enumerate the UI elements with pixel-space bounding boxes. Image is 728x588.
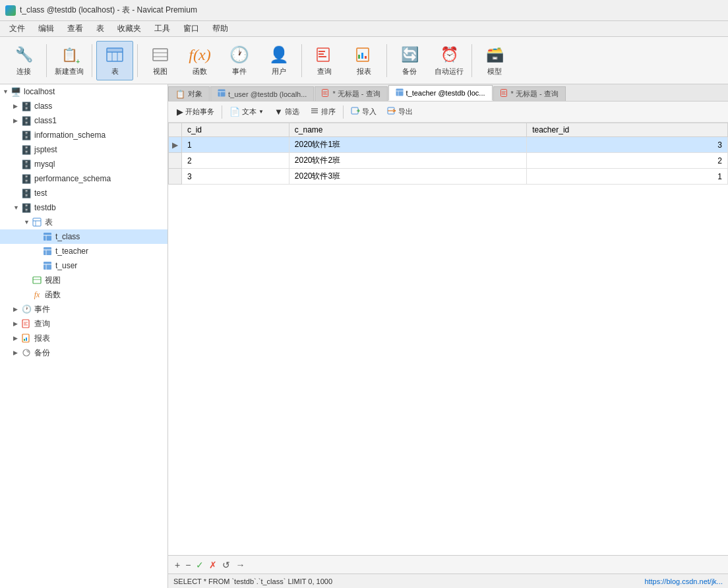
tab-t-user[interactable]: t_user @testdb (localh... <box>210 86 314 101</box>
svg-rect-38 <box>218 90 226 97</box>
table-row[interactable]: 2 2020软件2班 2 <box>169 153 728 169</box>
sidebar-item-functions-group[interactable]: fx 函数 <box>0 287 167 302</box>
cancel-row-button[interactable]: ✗ <box>208 560 218 570</box>
filter-button[interactable]: ▼ 筛选 <box>270 105 304 119</box>
sidebar-item-test[interactable]: 🗄️ test <box>0 186 167 200</box>
menu-edit[interactable]: 编辑 <box>32 22 61 36</box>
sidebar-item-queries-group[interactable]: ▶ 查询 <box>0 316 167 331</box>
sep1 <box>46 44 47 77</box>
menu-view[interactable]: 查看 <box>61 22 90 36</box>
table-row[interactable]: ▶ 1 2020软件1班 3 <box>169 137 728 153</box>
performance-schema-label: performance_schema <box>34 174 111 183</box>
toolbar-table[interactable]: 表 <box>96 41 133 80</box>
sidebar-item-backups-group[interactable]: ▶ 备份 <box>0 345 167 360</box>
delete-row-button[interactable]: − <box>184 560 192 570</box>
tab-t-teacher[interactable]: t_teacher @testdb (loc... <box>388 85 493 101</box>
toolbar-view[interactable]: 视图 <box>142 41 179 80</box>
sidebar-item-t-user[interactable]: t_user <box>0 258 167 273</box>
begin-tx-label: 开始事务 <box>185 107 214 117</box>
sidebar-item-testdb[interactable]: ▼ 🗄️ testdb <box>0 200 167 215</box>
model-label: 模型 <box>487 67 502 76</box>
toolbar-model[interactable]: 🗃️ 模型 <box>476 41 513 80</box>
model-icon: 🗃️ <box>484 44 505 65</box>
sidebar-item-t-teacher[interactable]: t_teacher <box>0 244 167 258</box>
tab-untitled2[interactable]: * 无标题 - 查询 <box>493 86 566 101</box>
content-area: 📋 对象 t_user @testdb (localh... <box>168 84 728 588</box>
cell-c-name-3[interactable]: 2020软件3班 <box>289 169 526 185</box>
sidebar-item-localhost[interactable]: ▼ 🖥️ localhost <box>0 84 167 99</box>
status-link[interactable]: https://blog.csdn.net/jk... <box>644 577 723 585</box>
cell-teacher-id-1[interactable]: 3 <box>527 137 728 153</box>
sort-button[interactable]: 排序 <box>305 104 340 119</box>
row-marker-3 <box>169 169 182 185</box>
sidebar-item-mysql[interactable]: 🗄️ mysql <box>0 157 167 171</box>
backup-label: 备份 <box>402 67 417 76</box>
toolbar-user[interactable]: 👤 用户 <box>260 41 297 80</box>
sidebar-item-t-class[interactable]: t_class <box>0 229 167 244</box>
cell-c-name-1[interactable]: 2020软件1班 <box>289 137 526 153</box>
toolbar-auto-run[interactable]: ⏰ 自动运行 <box>431 41 468 80</box>
confirm-button[interactable]: ✓ <box>195 560 205 570</box>
text-button[interactable]: 📄 文本 ▼ <box>225 105 268 119</box>
sidebar-item-class1[interactable]: ▶ 🗄️ class1 <box>0 113 167 128</box>
menu-favorites[interactable]: 收藏夹 <box>111 22 148 36</box>
auto-run-label: 自动运行 <box>435 67 464 76</box>
sidebar-item-jsptest[interactable]: 🗄️ jsptest <box>0 142 167 157</box>
sidebar-item-information-schema[interactable]: 🗄️ information_schema <box>0 128 167 142</box>
sep6 <box>471 44 472 77</box>
sidebar-item-reports-group[interactable]: ▶ 报表 <box>0 331 167 345</box>
menu-file[interactable]: 文件 <box>3 22 32 36</box>
data-table-wrap[interactable]: c_id c_name teacher_id ▶ 1 2020软件1班 3 2 <box>168 123 728 555</box>
localhost-arrow: ▼ <box>3 88 11 95</box>
sidebar-item-tables-group[interactable]: ▼ 表 <box>0 215 167 229</box>
cell-teacher-id-2[interactable]: 2 <box>527 153 728 169</box>
menu-table[interactable]: 表 <box>90 22 111 36</box>
tab-t-user-label: t_user @testdb (localh... <box>228 90 307 98</box>
toolbar-query[interactable]: 查询 <box>306 41 343 80</box>
table-icon <box>104 44 125 65</box>
function-icon: f(x) <box>189 44 210 65</box>
col-c-name-header[interactable]: c_name <box>289 123 526 137</box>
col-teacher-id-header[interactable]: teacher_id <box>527 123 728 137</box>
connect-label: 连接 <box>16 67 31 76</box>
toolbar-report[interactable]: 报表 <box>346 41 382 80</box>
sidebar-item-events-group[interactable]: ▶ 🕐 事件 <box>0 302 167 316</box>
status-bar: SELECT * FROM `testdb`.`t_class` LIMIT 0… <box>168 573 728 588</box>
cell-c-name-2[interactable]: 2020软件2班 <box>289 153 526 169</box>
toolbar-new-query[interactable]: 📋 + 新建查询 <box>51 41 88 80</box>
localhost-icon: 🖥️ <box>11 86 21 97</box>
menu-window[interactable]: 窗口 <box>177 22 206 36</box>
table-row[interactable]: 3 2020软件3班 1 <box>169 169 728 185</box>
svg-rect-14 <box>361 53 363 59</box>
cell-c-id-3[interactable]: 3 <box>182 169 289 185</box>
tables-arrow: ▼ <box>24 219 32 225</box>
sidebar-item-views-group[interactable]: 视图 <box>0 273 167 287</box>
import-button[interactable]: 导入 <box>346 104 381 119</box>
navigate-button[interactable]: → <box>234 560 246 570</box>
toolbar-connect[interactable]: 🔧 连接 <box>5 41 42 80</box>
tab-object[interactable]: 📋 对象 <box>168 86 210 101</box>
export-button[interactable]: 导出 <box>382 104 417 119</box>
reports-icon <box>21 333 32 343</box>
function-label: 函数 <box>193 67 207 76</box>
add-row-button[interactable]: + <box>173 560 181 570</box>
svg-rect-28 <box>33 277 41 283</box>
begin-tx-button[interactable]: ▶ 开始事务 <box>172 105 219 119</box>
refresh-button[interactable]: ↺ <box>221 560 231 570</box>
tab-untitled1[interactable]: * 无标题 - 查询 <box>315 86 387 101</box>
menu-tools[interactable]: 工具 <box>148 22 177 36</box>
toolbar-function[interactable]: f(x) 函数 <box>181 41 218 80</box>
cell-c-id-2[interactable]: 2 <box>182 153 289 169</box>
query-label: 查询 <box>317 67 332 76</box>
row-marker-1: ▶ <box>169 137 182 153</box>
svg-rect-16 <box>33 218 41 226</box>
sidebar-item-performance-schema[interactable]: 🗄️ performance_schema <box>0 171 167 186</box>
cell-teacher-id-3[interactable]: 1 <box>527 169 728 185</box>
toolbar-event[interactable]: 🕐 事件 <box>221 41 258 80</box>
testdb-arrow: ▼ <box>13 204 21 211</box>
toolbar-backup[interactable]: 🔄 备份 <box>391 41 428 80</box>
menu-help[interactable]: 帮助 <box>206 22 235 36</box>
col-c-id-header[interactable]: c_id <box>182 123 289 137</box>
sidebar-item-class[interactable]: ▶ 🗄️ class <box>0 99 167 113</box>
cell-c-id-1[interactable]: 1 <box>182 137 289 153</box>
